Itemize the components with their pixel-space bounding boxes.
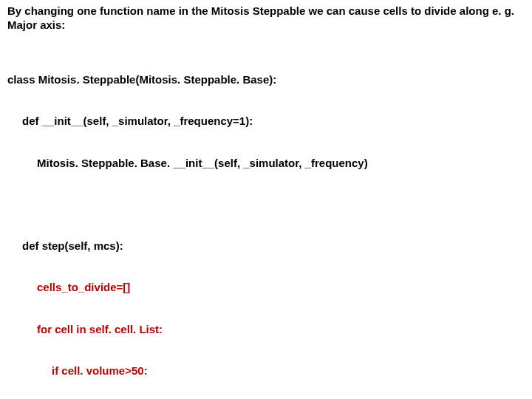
code-text: ):	[269, 73, 276, 86]
code-line: def __init__(self, _simulator, _frequenc…	[7, 115, 525, 129]
code-base-class: Mitosis. Steppable. Base	[139, 73, 269, 86]
code-text: class Mitosis. Steppable(	[7, 73, 139, 86]
intro-paragraph: By changing one function name in the Mit…	[7, 4, 525, 33]
code-line: Mitosis. Steppable. Base. __init__(self,…	[7, 157, 525, 171]
slide-page: By changing one function name in the Mit…	[0, 0, 532, 399]
code-line: def step(self, mcs):	[7, 239, 525, 253]
code-line: if cell. volume>50:	[7, 364, 525, 378]
code-line: cells_to_divide=[]	[7, 281, 525, 295]
code-line: class Mitosis. Steppable(Mitosis. Steppa…	[7, 73, 525, 87]
code-line: for cell in self. cell. List:	[7, 323, 525, 337]
blank-line	[7, 198, 525, 212]
code-block: class Mitosis. Steppable(Mitosis. Steppa…	[7, 46, 525, 400]
